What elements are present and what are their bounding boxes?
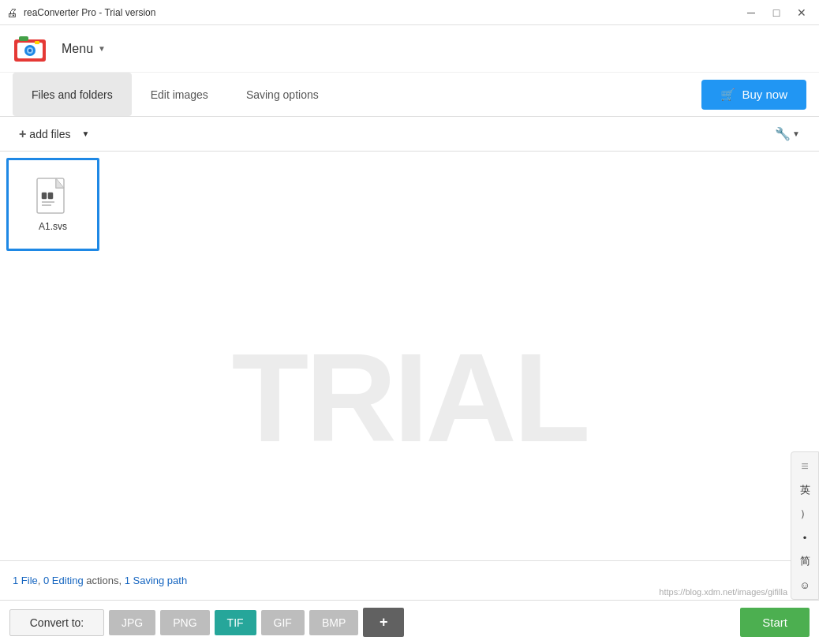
settings-button[interactable]: 🔧 ▼	[769, 123, 806, 144]
title-bar-controls: ─ □ ✕	[740, 4, 813, 21]
tab-saving-options[interactable]: Saving options	[227, 73, 338, 116]
svg-rect-6	[19, 36, 28, 41]
minimize-button[interactable]: ─	[740, 4, 762, 21]
format-png-button[interactable]: PNG	[160, 610, 209, 635]
side-panel-simplified[interactable]: 简	[792, 550, 817, 572]
status-saving-path: 1 Saving path	[125, 575, 188, 586]
format-gif-button[interactable]: GIF	[261, 610, 305, 635]
tab-saving-label: Saving options	[246, 88, 319, 101]
format-jpg-button[interactable]: JPG	[109, 610, 155, 635]
plus-icon: +	[19, 127, 26, 141]
tab-files-label: Files and folders	[32, 88, 113, 101]
title-bar-left: 🖨 reaConverter Pro - Trial version	[6, 6, 155, 19]
status-file-count: 1 File	[13, 575, 38, 586]
files-area: A1.svs	[6, 158, 99, 251]
menu-button[interactable]: Menu ▼	[55, 39, 112, 59]
buy-label: Buy now	[742, 88, 787, 101]
tab-files-and-folders[interactable]: Files and folders	[13, 73, 132, 116]
bottom-bar: Convert to: JPG PNG TIF GIF BMP + Start	[0, 600, 819, 644]
status-text: 1 File, 0 Editing actions, 1 Saving path	[13, 575, 187, 586]
add-format-button[interactable]: +	[363, 608, 404, 637]
menu-label: Menu	[62, 42, 93, 56]
file-icon-svg	[32, 177, 73, 218]
add-files-dropdown[interactable]: ▼	[79, 126, 93, 141]
status-editing-count: 0 Editing	[43, 575, 84, 586]
side-panel-menu[interactable]: ≡	[792, 455, 817, 477]
side-panel-english[interactable]: 英	[792, 479, 817, 501]
wrench-icon: 🔧	[775, 126, 791, 141]
menu-chevron: ▼	[98, 44, 106, 53]
app-logo	[13, 32, 47, 66]
tab-edit-label: Edit images	[151, 88, 208, 101]
restore-button[interactable]: □	[765, 4, 787, 21]
file-item[interactable]: A1.svs	[6, 158, 99, 251]
side-panel-dot[interactable]: •	[792, 526, 817, 549]
title-bar-text: reaConverter Pro - Trial version	[24, 7, 155, 18]
toolbar-right: 🔧 ▼	[769, 123, 806, 144]
close-button[interactable]: ✕	[791, 4, 813, 21]
start-button[interactable]: Start	[740, 608, 810, 637]
file-name: A1.svs	[36, 221, 70, 232]
menu-bar: Menu ▼	[0, 25, 819, 73]
add-files-label: add files	[29, 128, 70, 140]
side-panel: ≡ 英 ） • 简 ☺	[791, 451, 819, 600]
svg-rect-9	[42, 193, 47, 199]
add-files-chevron: ▼	[82, 129, 90, 138]
title-bar: 🖨 reaConverter Pro - Trial version ─ □ ✕	[0, 0, 819, 25]
convert-to-label: Convert to:	[9, 609, 104, 636]
svg-point-4	[28, 49, 32, 52]
app-icon: 🖨	[6, 6, 19, 19]
format-bmp-button[interactable]: BMP	[309, 610, 358, 635]
side-panel-smiley[interactable]: ☺	[792, 574, 817, 596]
tab-edit-images[interactable]: Edit images	[132, 73, 227, 116]
toolbar: + add files ▼ 🔧 ▼	[0, 117, 819, 152]
url-hint: https://blog.xdm.net/images/gifilla	[659, 587, 787, 597]
side-panel-bracket[interactable]: ）	[792, 503, 817, 525]
buy-now-button[interactable]: 🛒 Buy now	[701, 80, 806, 110]
cart-icon: 🛒	[720, 88, 735, 102]
svg-rect-10	[48, 193, 53, 199]
svg-rect-5	[35, 41, 39, 44]
add-files-button[interactable]: + add files	[13, 124, 77, 144]
nav-tabs: Files and folders Edit images Saving opt…	[0, 73, 819, 117]
format-tif-button[interactable]: TIF	[215, 610, 256, 635]
settings-chevron: ▼	[792, 129, 800, 138]
content-area: TRIAL A1.svs 1 File,	[0, 152, 819, 644]
trial-watermark: TRIAL	[231, 325, 587, 470]
app-logo-svg	[13, 32, 47, 66]
